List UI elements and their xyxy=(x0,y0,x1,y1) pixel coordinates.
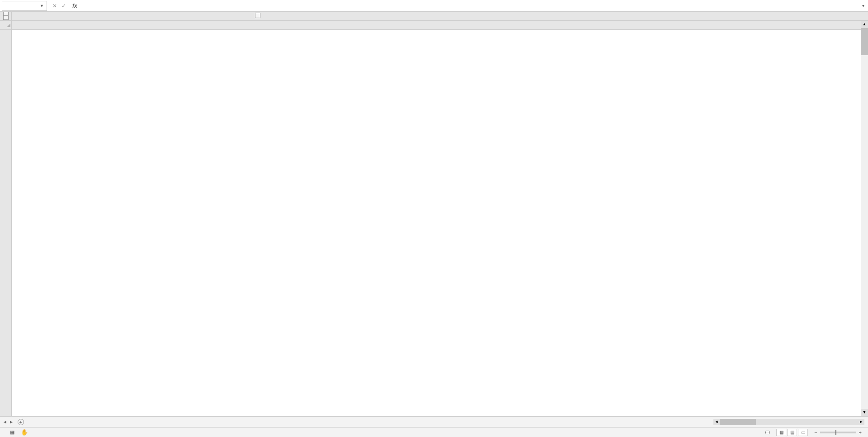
zoom-slider[interactable] xyxy=(820,432,856,433)
formula-bar: ▼ ✕ ✓ fx ▾ xyxy=(0,0,868,12)
outline-bar xyxy=(0,12,868,21)
tab-prev-icon[interactable]: ◄ xyxy=(3,419,7,424)
sheet-tab-bar: ◄ ► + ◄ ► xyxy=(0,416,868,427)
scroll-down-icon[interactable]: ▼ xyxy=(861,409,868,416)
grid-body[interactable] xyxy=(12,30,861,319)
add-sheet-button[interactable]: + xyxy=(16,417,25,427)
macro-icon[interactable]: ▦ xyxy=(10,429,14,435)
column-headers xyxy=(12,21,861,30)
zoom-in-icon[interactable]: + xyxy=(859,430,862,435)
view-layout-icon[interactable]: ▤ xyxy=(787,429,797,436)
hscroll-right-icon[interactable]: ► xyxy=(858,419,864,425)
accessibility-status[interactable]: ✋ xyxy=(21,429,28,436)
hscroll-left-icon[interactable]: ◄ xyxy=(713,419,720,425)
outline-level-1[interactable] xyxy=(3,12,9,16)
name-box[interactable]: ▼ xyxy=(2,1,47,11)
outline-level-2[interactable] xyxy=(3,16,9,20)
fx-icon[interactable]: fx xyxy=(70,3,80,9)
accept-icon[interactable]: ✓ xyxy=(61,3,66,9)
formula-expand-icon[interactable]: ▾ xyxy=(859,3,868,8)
view-normal-icon[interactable]: ▦ xyxy=(776,429,786,436)
scroll-up-icon[interactable]: ▲ xyxy=(861,21,868,28)
outline-collapse-icon[interactable] xyxy=(255,13,260,18)
tab-next-icon[interactable]: ► xyxy=(9,419,14,424)
select-all-corner[interactable] xyxy=(0,21,11,30)
vscroll-thumb[interactable] xyxy=(861,28,868,55)
hscroll-thumb[interactable] xyxy=(720,419,756,425)
dropdown-icon[interactable]: ▼ xyxy=(40,4,44,8)
vertical-scrollbar[interactable]: ▲ ▼ xyxy=(861,21,868,416)
view-pagebreak-icon[interactable]: ▭ xyxy=(798,429,808,436)
zoom-out-icon[interactable]: − xyxy=(814,430,817,435)
horizontal-scrollbar[interactable]: ◄ ► xyxy=(710,417,868,427)
display-settings[interactable]: 🖵 xyxy=(765,430,770,435)
status-bar: ▦ ✋ 🖵 ▦ ▤ ▭ − + xyxy=(0,427,868,437)
row-headers xyxy=(0,21,12,416)
cancel-icon[interactable]: ✕ xyxy=(52,3,57,9)
